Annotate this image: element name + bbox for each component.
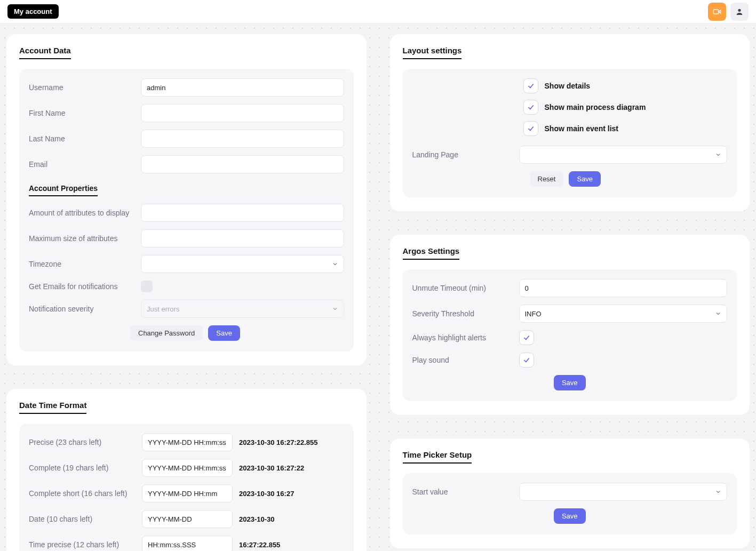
get-emails-label: Get Emails for notifications: [29, 282, 141, 291]
check-icon: [527, 103, 535, 111]
timezone-label: Timezone: [29, 260, 141, 268]
firstname-input[interactable]: [141, 104, 344, 122]
check-icon: [523, 356, 530, 364]
highlight-checkbox[interactable]: [519, 330, 534, 345]
layout-save-button[interactable]: Save: [569, 171, 601, 187]
max-size-input[interactable]: [141, 229, 344, 247]
user-menu-button[interactable]: [730, 3, 749, 21]
topbar: My account: [0, 0, 756, 23]
unmute-input[interactable]: [519, 279, 728, 297]
landing-select[interactable]: [519, 146, 728, 164]
check-icon: [523, 334, 530, 341]
get-emails-toggle[interactable]: [141, 281, 153, 292]
show-diagram-label: Show main process diagram: [545, 103, 646, 111]
dt-date-label: Date (10 chars left): [29, 515, 136, 523]
lastname-input[interactable]: [141, 130, 344, 148]
show-details-label: Show details: [545, 82, 591, 90]
start-value-select[interactable]: [519, 483, 728, 501]
topbar-actions: [708, 3, 749, 21]
workspace: Account Data Username First Name Last Na…: [0, 23, 756, 551]
timepicker-save-button[interactable]: Save: [554, 508, 586, 524]
attr-display-label: Amount of attributes to display: [29, 209, 141, 217]
layout-reset-button[interactable]: Reset: [530, 171, 564, 187]
dt-date-example: 2023-10-30: [239, 515, 275, 523]
check-icon: [527, 82, 535, 90]
account-save-button[interactable]: Save: [208, 325, 240, 341]
unmute-label: Unmute Timeout (min): [412, 284, 519, 292]
playsound-label: Play sound: [412, 356, 519, 364]
argos-title: Argos Settings: [403, 246, 460, 260]
attr-display-input[interactable]: [141, 204, 344, 222]
timepicker-card: Time Picker Setup Start value Save: [390, 438, 750, 548]
dt-complete-short-example: 2023-10-30 16:27: [239, 490, 294, 498]
dt-date-input[interactable]: [142, 510, 233, 528]
severity-select[interactable]: INFO: [519, 305, 728, 323]
video-icon: [713, 7, 721, 16]
dt-complete-label: Complete (19 chars left): [29, 464, 136, 472]
username-input[interactable]: [141, 78, 344, 97]
lastname-label: Last Name: [29, 134, 141, 143]
dt-complete-short-label: Complete short (16 chars left): [29, 489, 136, 498]
dt-complete-short-input[interactable]: [142, 484, 233, 502]
max-size-label: Maximum size of attributes: [29, 234, 141, 243]
svg-rect-0: [713, 10, 718, 14]
dt-complete-input[interactable]: [142, 459, 233, 477]
playsound-checkbox[interactable]: [519, 353, 534, 368]
change-password-button[interactable]: Change Password: [130, 325, 203, 341]
datetime-card: Date Time Format Precise (23 chars left)…: [6, 389, 367, 551]
page-pill: My account: [7, 4, 59, 19]
severity-label: Severity Threshold: [412, 309, 519, 318]
dt-precise-label: Precise (23 chars left): [29, 438, 136, 446]
email-label: Email: [29, 160, 141, 169]
account-data-title: Account Data: [19, 46, 71, 59]
timepicker-title: Time Picker Setup: [403, 450, 472, 464]
video-icon-button[interactable]: [708, 3, 726, 21]
dt-complete-example: 2023-10-30 16:27:22: [239, 464, 304, 472]
username-label: Username: [29, 83, 141, 92]
landing-label: Landing Page: [412, 150, 519, 159]
show-details-checkbox[interactable]: [523, 78, 538, 93]
user-icon: [735, 7, 744, 16]
dt-time-precise-label: Time precise (12 chars left): [29, 540, 136, 549]
argos-settings-card: Argos Settings Unmute Timeout (min) Seve…: [390, 235, 750, 415]
show-diagram-checkbox[interactable]: [523, 100, 538, 115]
svg-point-2: [738, 9, 741, 11]
show-eventlist-label: Show main event list: [545, 124, 618, 133]
start-value-label: Start value: [412, 488, 519, 496]
dt-time-precise-input[interactable]: [142, 536, 233, 551]
account-data-card: Account Data Username First Name Last Na…: [6, 34, 367, 365]
dt-precise-example: 2023-10-30 16:27:22.855: [239, 438, 317, 446]
highlight-label: Always highlight alerts: [412, 333, 519, 342]
datetime-title: Date Time Format: [19, 401, 86, 414]
account-properties-title: Account Properties: [29, 184, 98, 196]
dt-precise-input[interactable]: [142, 433, 233, 451]
show-eventlist-checkbox[interactable]: [523, 121, 538, 136]
layout-settings-card: Layout settings Show details Show main p…: [390, 34, 750, 211]
timezone-select[interactable]: [141, 255, 344, 273]
email-input[interactable]: [141, 155, 344, 173]
notif-sev-label: Notification severity: [29, 305, 141, 313]
argos-save-button[interactable]: Save: [554, 375, 586, 390]
notif-sev-select: Just errors: [141, 300, 344, 318]
firstname-label: First Name: [29, 109, 141, 117]
layout-title: Layout settings: [403, 46, 462, 59]
check-icon: [527, 125, 535, 132]
dt-time-precise-example: 16:27:22.855: [239, 541, 280, 549]
